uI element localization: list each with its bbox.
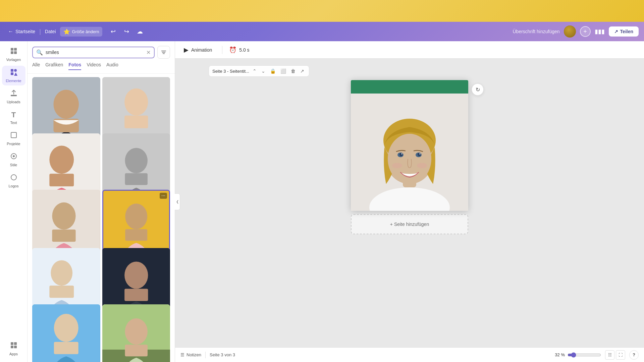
header-nav: ← Startseite | Datei ⭐ Größe ändern <box>5 27 102 37</box>
elemente-icon <box>10 68 17 77</box>
resize-button[interactable]: ⭐ Größe ändern <box>60 27 103 37</box>
top-decorative-bar <box>0 0 644 22</box>
svg-point-47 <box>124 262 148 289</box>
photo-6-more-button[interactable]: ⋯ <box>160 193 167 199</box>
sidebar-item-logos[interactable]: Logos <box>2 171 25 191</box>
tab-videos[interactable]: Videos <box>87 62 101 70</box>
page-duplicate-button[interactable]: ⬜ <box>279 68 287 74</box>
svg-point-39 <box>125 203 147 229</box>
photo-item-9[interactable] <box>32 304 100 362</box>
text-label: Text <box>10 121 17 125</box>
canvas-scroll-area[interactable]: Seite 3 - Seitentit... ⌃ ⌄ 🔒 ⬜ 🗑 ↗ <box>175 59 644 347</box>
back-home-button[interactable]: ← Startseite <box>5 27 38 36</box>
apps-icon <box>10 342 17 351</box>
projekte-icon <box>10 131 17 140</box>
header-right: Überschrift hinzufügen + ▮▮▮ ↗ Teilen <box>513 25 639 38</box>
canvas-main-photo[interactable] <box>351 94 468 211</box>
sidebar: Vorlagen Elemente Uploads T Text Projekt… <box>0 41 28 362</box>
search-input[interactable] <box>46 50 144 55</box>
svg-point-33 <box>125 148 148 173</box>
svg-point-53 <box>54 314 78 342</box>
tab-audio[interactable]: Audio <box>106 62 118 70</box>
search-icon: 🔍 <box>36 49 43 56</box>
photo-grid: 👑 👑 <box>28 74 175 362</box>
share-button[interactable]: ↗ Teilen <box>609 26 639 37</box>
tab-fotos[interactable]: Fotos <box>68 62 81 70</box>
sidebar-item-stile[interactable]: Stile <box>2 150 25 170</box>
svg-rect-15 <box>11 346 13 348</box>
svg-rect-3 <box>14 51 17 54</box>
sidebar-item-projekte[interactable]: Projekte <box>2 129 25 148</box>
collapse-panel-button[interactable]: ❮ <box>175 193 180 210</box>
search-clear-button[interactable]: ✕ <box>146 49 151 56</box>
svg-point-30 <box>49 145 74 174</box>
svg-rect-14 <box>14 342 17 345</box>
sidebar-item-apps[interactable]: Apps <box>2 339 25 359</box>
zoom-control: 32 % <box>555 352 601 358</box>
page-controls-bar: Seite 3 - Seitentit... ⌃ ⌄ 🔒 ⬜ 🗑 ↗ <box>209 65 309 77</box>
uploads-icon <box>10 89 17 99</box>
svg-rect-54 <box>54 342 78 354</box>
grid-view-button[interactable]: ☷ <box>605 350 614 360</box>
sidebar-item-text[interactable]: T Text <box>2 108 25 127</box>
file-menu-button[interactable]: Datei <box>42 27 59 36</box>
page-delete-button[interactable]: 🗑 <box>289 68 297 74</box>
sidebar-item-elemente[interactable]: Elemente <box>2 66 25 85</box>
svg-point-70 <box>419 153 421 155</box>
sidebar-item-vorlagen[interactable]: Vorlagen <box>2 45 25 64</box>
svg-point-24 <box>124 88 148 116</box>
svg-point-67 <box>399 153 403 156</box>
filter-button[interactable] <box>157 46 170 59</box>
svg-rect-58 <box>125 345 148 356</box>
page-collapse-up-button[interactable]: ⌃ <box>251 68 258 74</box>
filter-tabs: Alle Grafiken Fotos Videos Audio <box>28 62 175 74</box>
apps-label: Apps <box>9 352 18 356</box>
refresh-button[interactable]: ↻ <box>472 83 484 96</box>
svg-point-71 <box>392 163 402 168</box>
redo-button[interactable]: ↪ <box>121 26 132 37</box>
main-content: Vorlagen Elemente Uploads T Text Projekt… <box>0 41 644 362</box>
svg-point-36 <box>52 202 75 230</box>
svg-rect-4 <box>11 69 13 72</box>
page-collapse-down-button[interactable]: ⌄ <box>260 68 267 74</box>
zoom-slider[interactable] <box>568 352 601 358</box>
page-more-button[interactable]: ↗ <box>299 68 306 74</box>
user-avatar[interactable] <box>564 25 576 38</box>
add-page-button[interactable]: + Seite hinzufügen <box>351 214 468 234</box>
undo-button[interactable]: ↩ <box>108 26 118 37</box>
tab-alle[interactable]: Alle <box>32 62 40 70</box>
photo-item-10[interactable] <box>102 304 170 362</box>
svg-point-42 <box>51 260 72 286</box>
canvas-toolbar: ▶ Animation ⏰ 5.0 s <box>175 41 644 59</box>
svg-rect-16 <box>14 346 17 348</box>
search-bar: 🔍 ✕ <box>28 41 175 62</box>
share-icon: ↗ <box>614 29 618 34</box>
clock-icon: ⏰ <box>229 46 236 54</box>
svg-rect-1 <box>14 48 17 51</box>
svg-rect-0 <box>11 48 13 51</box>
svg-point-69 <box>401 153 402 155</box>
back-home-label: Startseite <box>15 29 35 34</box>
add-title-button[interactable]: Überschrift hinzufügen <box>513 29 560 34</box>
add-collaborator-button[interactable]: + <box>580 26 591 37</box>
animation-button[interactable]: ▶ Animation <box>180 44 215 56</box>
svg-rect-9 <box>11 132 16 138</box>
canvas-area: ▶ Animation ⏰ 5.0 s Seite 3 - Seitentit.… <box>175 41 644 362</box>
logos-icon <box>10 174 17 183</box>
sidebar-item-uploads[interactable]: Uploads <box>2 87 25 107</box>
fullscreen-button[interactable]: ⛶ <box>616 350 625 360</box>
stats-icon[interactable]: ▮▮▮ <box>595 28 605 35</box>
svg-point-57 <box>125 318 148 345</box>
svg-rect-48 <box>124 289 148 301</box>
vorlagen-icon <box>10 47 17 56</box>
save-cloud-button[interactable]: ☁ <box>135 26 145 37</box>
zoom-percentage: 32 % <box>555 352 565 357</box>
help-button[interactable]: ? <box>629 350 639 360</box>
duration-control[interactable]: ⏰ 5.0 s <box>229 46 249 54</box>
svg-rect-25 <box>124 116 148 128</box>
notes-button[interactable]: ☰ Notizen <box>180 352 201 357</box>
page-title-text: Seite 3 - Seitentit... <box>212 69 249 74</box>
page-lock-button[interactable]: 🔒 <box>269 68 277 74</box>
tab-grafiken[interactable]: Grafiken <box>45 62 63 70</box>
svg-point-72 <box>417 163 427 168</box>
